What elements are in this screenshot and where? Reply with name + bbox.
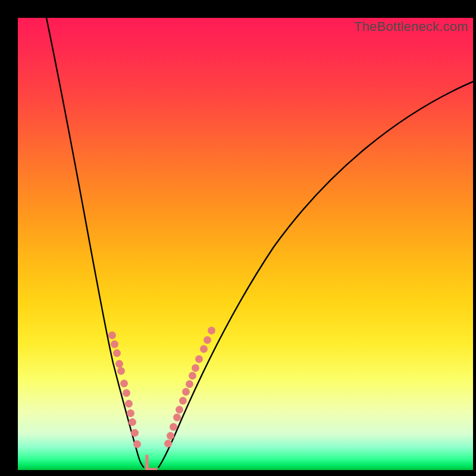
data-point <box>164 440 172 447</box>
data-point <box>129 418 136 426</box>
data-point <box>200 345 208 353</box>
data-point <box>208 327 215 334</box>
watermark-text: TheBottleneck.com <box>354 19 468 35</box>
data-point <box>203 336 211 344</box>
data-point <box>120 380 128 387</box>
data-point <box>125 400 133 408</box>
data-point <box>113 349 121 357</box>
data-point <box>186 380 193 388</box>
data-point <box>192 364 199 372</box>
data-point <box>133 440 141 448</box>
curve-layer <box>18 18 473 470</box>
data-point <box>127 409 134 417</box>
data-point <box>182 388 190 396</box>
plot-area: TheBottleneck.com ᒪ <box>18 18 473 470</box>
chart-frame: TheBottleneck.com ᒪ <box>0 0 476 476</box>
right-curve <box>158 80 473 468</box>
data-point <box>189 372 196 380</box>
data-point <box>167 432 174 440</box>
data-point <box>108 331 116 339</box>
data-point <box>170 423 177 431</box>
data-point <box>123 389 130 397</box>
data-point <box>195 355 203 363</box>
data-point <box>111 340 118 348</box>
data-point <box>131 429 139 437</box>
data-point <box>117 367 125 375</box>
valley-marker: ᒪ <box>143 451 157 470</box>
data-point <box>173 414 181 421</box>
data-point <box>176 406 183 414</box>
data-point <box>179 397 187 405</box>
data-point <box>115 360 123 368</box>
